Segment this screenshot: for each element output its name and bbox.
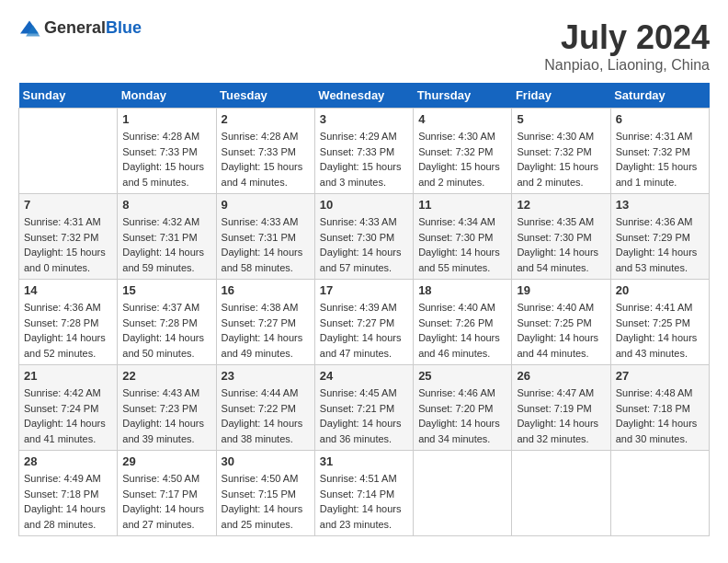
calendar-cell: 11Sunrise: 4:34 AMSunset: 7:30 PMDayligh… — [414, 194, 512, 280]
cell-info: Sunrise: 4:46 AMSunset: 7:20 PMDaylight:… — [418, 385, 506, 446]
calendar-cell: 24Sunrise: 4:45 AMSunset: 7:21 PMDayligh… — [314, 365, 413, 451]
day-number: 30 — [222, 454, 310, 468]
cell-info: Sunrise: 4:35 AMSunset: 7:30 PMDaylight:… — [517, 214, 605, 275]
cell-info: Sunrise: 4:28 AMSunset: 7:33 PMDaylight:… — [122, 129, 210, 190]
day-number: 14 — [24, 283, 112, 297]
calendar-week-3: 21Sunrise: 4:42 AMSunset: 7:24 PMDayligh… — [19, 365, 710, 451]
calendar-cell: 27Sunrise: 4:48 AMSunset: 7:18 PMDayligh… — [610, 365, 709, 451]
cell-info: Sunrise: 4:37 AMSunset: 7:28 PMDaylight:… — [122, 300, 210, 361]
calendar-cell: 25Sunrise: 4:46 AMSunset: 7:20 PMDayligh… — [414, 365, 512, 451]
day-number: 24 — [320, 369, 408, 383]
col-friday: Friday — [512, 83, 610, 109]
logo: GeneralBlue — [18, 18, 142, 38]
day-number: 20 — [616, 283, 704, 297]
header-row: Sunday Monday Tuesday Wednesday Thursday… — [19, 83, 710, 109]
calendar-body: 1Sunrise: 4:28 AMSunset: 7:33 PMDaylight… — [19, 109, 710, 536]
day-number: 1 — [122, 112, 210, 126]
cell-info: Sunrise: 4:39 AMSunset: 7:27 PMDaylight:… — [320, 300, 408, 361]
calendar-cell: 21Sunrise: 4:42 AMSunset: 7:24 PMDayligh… — [19, 365, 118, 451]
logo-general: General — [44, 18, 106, 37]
day-number: 29 — [122, 454, 210, 468]
calendar-cell: 15Sunrise: 4:37 AMSunset: 7:28 PMDayligh… — [118, 280, 216, 365]
cell-info: Sunrise: 4:36 AMSunset: 7:28 PMDaylight:… — [24, 300, 112, 361]
day-number: 31 — [320, 454, 408, 468]
day-number: 3 — [320, 112, 408, 126]
cell-info: Sunrise: 4:40 AMSunset: 7:26 PMDaylight:… — [418, 300, 506, 361]
day-number: 26 — [517, 369, 605, 383]
day-number: 7 — [24, 198, 112, 212]
calendar-cell — [19, 109, 118, 194]
day-number: 9 — [222, 198, 310, 212]
cell-info: Sunrise: 4:50 AMSunset: 7:17 PMDaylight:… — [122, 471, 210, 532]
logo-icon — [18, 19, 40, 38]
cell-info: Sunrise: 4:30 AMSunset: 7:32 PMDaylight:… — [418, 129, 506, 190]
col-sunday: Sunday — [19, 83, 118, 109]
location: Nanpiao, Liaoning, China — [544, 57, 710, 74]
cell-info: Sunrise: 4:33 AMSunset: 7:30 PMDaylight:… — [320, 214, 408, 275]
day-number: 18 — [418, 283, 506, 297]
cell-info: Sunrise: 4:34 AMSunset: 7:30 PMDaylight:… — [418, 214, 506, 275]
cell-info: Sunrise: 4:47 AMSunset: 7:19 PMDaylight:… — [517, 385, 605, 446]
day-number: 12 — [517, 198, 605, 212]
calendar-cell: 31Sunrise: 4:51 AMSunset: 7:14 PMDayligh… — [314, 451, 413, 536]
col-saturday: Saturday — [610, 83, 709, 109]
cell-info: Sunrise: 4:41 AMSunset: 7:25 PMDaylight:… — [616, 300, 704, 361]
page-header: GeneralBlue July 2024 Nanpiao, Liaoning,… — [18, 18, 710, 74]
calendar-week-4: 28Sunrise: 4:49 AMSunset: 7:18 PMDayligh… — [19, 451, 710, 536]
col-thursday: Thursday — [414, 83, 512, 109]
day-number: 8 — [122, 198, 210, 212]
calendar-cell: 23Sunrise: 4:44 AMSunset: 7:22 PMDayligh… — [216, 365, 314, 451]
day-number: 22 — [122, 369, 210, 383]
col-monday: Monday — [118, 83, 216, 109]
day-number: 19 — [517, 283, 605, 297]
calendar-cell: 14Sunrise: 4:36 AMSunset: 7:28 PMDayligh… — [19, 280, 118, 365]
calendar-week-0: 1Sunrise: 4:28 AMSunset: 7:33 PMDaylight… — [19, 109, 710, 194]
calendar-cell: 29Sunrise: 4:50 AMSunset: 7:17 PMDayligh… — [118, 451, 216, 536]
day-number: 21 — [24, 369, 112, 383]
day-number: 25 — [418, 369, 506, 383]
calendar-cell: 10Sunrise: 4:33 AMSunset: 7:30 PMDayligh… — [314, 194, 413, 280]
cell-info: Sunrise: 4:51 AMSunset: 7:14 PMDaylight:… — [320, 471, 408, 532]
day-number: 10 — [320, 198, 408, 212]
cell-info: Sunrise: 4:32 AMSunset: 7:31 PMDaylight:… — [122, 214, 210, 275]
day-number: 11 — [418, 198, 506, 212]
calendar-cell: 6Sunrise: 4:31 AMSunset: 7:32 PMDaylight… — [610, 109, 709, 194]
calendar-cell: 22Sunrise: 4:43 AMSunset: 7:23 PMDayligh… — [118, 365, 216, 451]
cell-info: Sunrise: 4:38 AMSunset: 7:27 PMDaylight:… — [222, 300, 310, 361]
calendar-cell: 20Sunrise: 4:41 AMSunset: 7:25 PMDayligh… — [610, 280, 709, 365]
calendar-cell — [414, 451, 512, 536]
calendar-cell: 18Sunrise: 4:40 AMSunset: 7:26 PMDayligh… — [414, 280, 512, 365]
cell-info: Sunrise: 4:50 AMSunset: 7:15 PMDaylight:… — [222, 471, 310, 532]
calendar-header: Sunday Monday Tuesday Wednesday Thursday… — [19, 83, 710, 109]
calendar-week-1: 7Sunrise: 4:31 AMSunset: 7:32 PMDaylight… — [19, 194, 710, 280]
calendar-cell: 1Sunrise: 4:28 AMSunset: 7:33 PMDaylight… — [118, 109, 216, 194]
day-number: 4 — [418, 112, 506, 126]
calendar-cell: 19Sunrise: 4:40 AMSunset: 7:25 PMDayligh… — [512, 280, 610, 365]
cell-info: Sunrise: 4:40 AMSunset: 7:25 PMDaylight:… — [517, 300, 605, 361]
day-number: 15 — [122, 283, 210, 297]
calendar-cell — [610, 451, 709, 536]
calendar-cell: 4Sunrise: 4:30 AMSunset: 7:32 PMDaylight… — [414, 109, 512, 194]
col-tuesday: Tuesday — [216, 83, 314, 109]
logo-blue: Blue — [106, 18, 142, 37]
cell-info: Sunrise: 4:49 AMSunset: 7:18 PMDaylight:… — [24, 471, 112, 532]
cell-info: Sunrise: 4:31 AMSunset: 7:32 PMDaylight:… — [24, 214, 112, 275]
cell-info: Sunrise: 4:29 AMSunset: 7:33 PMDaylight:… — [320, 129, 408, 190]
col-wednesday: Wednesday — [314, 83, 413, 109]
calendar-cell: 28Sunrise: 4:49 AMSunset: 7:18 PMDayligh… — [19, 451, 118, 536]
calendar-cell: 5Sunrise: 4:30 AMSunset: 7:32 PMDaylight… — [512, 109, 610, 194]
cell-info: Sunrise: 4:48 AMSunset: 7:18 PMDaylight:… — [616, 385, 704, 446]
day-number: 2 — [222, 112, 310, 126]
calendar-cell: 7Sunrise: 4:31 AMSunset: 7:32 PMDaylight… — [19, 194, 118, 280]
cell-info: Sunrise: 4:33 AMSunset: 7:31 PMDaylight:… — [222, 214, 310, 275]
cell-info: Sunrise: 4:44 AMSunset: 7:22 PMDaylight:… — [222, 385, 310, 446]
cell-info: Sunrise: 4:36 AMSunset: 7:29 PMDaylight:… — [616, 214, 704, 275]
day-number: 5 — [517, 112, 605, 126]
calendar-cell: 17Sunrise: 4:39 AMSunset: 7:27 PMDayligh… — [314, 280, 413, 365]
month-year: July 2024 — [544, 18, 710, 57]
cell-info: Sunrise: 4:42 AMSunset: 7:24 PMDaylight:… — [24, 385, 112, 446]
cell-info: Sunrise: 4:45 AMSunset: 7:21 PMDaylight:… — [320, 385, 408, 446]
calendar-cell: 2Sunrise: 4:28 AMSunset: 7:33 PMDaylight… — [216, 109, 314, 194]
calendar-cell: 12Sunrise: 4:35 AMSunset: 7:30 PMDayligh… — [512, 194, 610, 280]
cell-info: Sunrise: 4:30 AMSunset: 7:32 PMDaylight:… — [517, 129, 605, 190]
